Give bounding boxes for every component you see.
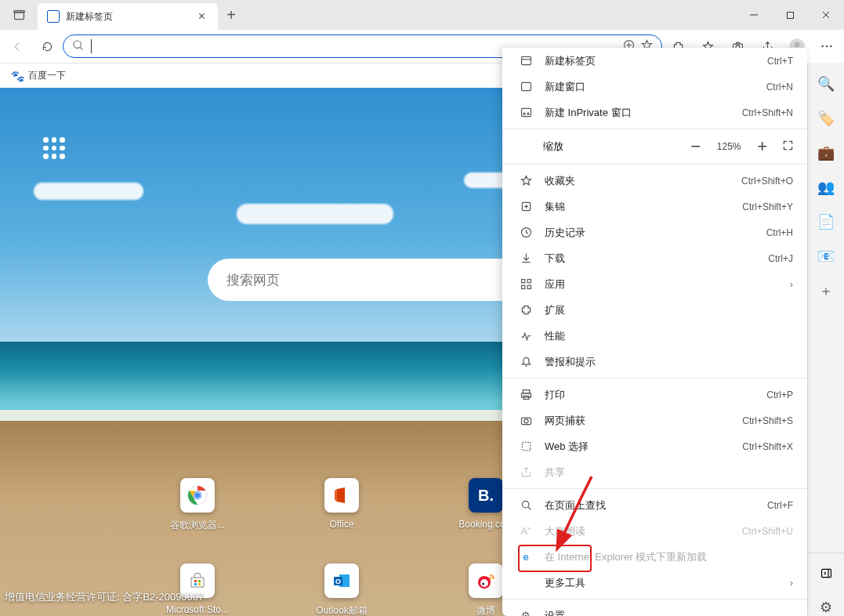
menu-new-window[interactable]: 新建窗口Ctrl+N — [502, 74, 807, 100]
maximize-button[interactable] — [772, 0, 808, 30]
svg-rect-3 — [787, 12, 793, 18]
svg-point-46 — [527, 113, 528, 114]
browser-tab[interactable]: 新建标签页 × — [38, 3, 218, 30]
svg-rect-55 — [527, 285, 531, 288]
sidebar-settings-icon[interactable]: ⚙ — [817, 599, 835, 616]
sidebar-games-icon[interactable]: 👥 — [817, 179, 835, 196]
baidu-icon: 🐾 — [11, 70, 24, 82]
menu-new-inprivate[interactable]: 新建 InPrivate 窗口Ctrl+Shift+N — [502, 100, 807, 125]
sidebar-office-icon[interactable]: 📄 — [817, 213, 835, 230]
search-icon — [71, 38, 85, 55]
svg-point-45 — [523, 113, 524, 114]
svg-point-6 — [74, 40, 81, 47]
tab-title: 新建标签页 — [66, 10, 113, 24]
minimize-button[interactable] — [736, 0, 772, 30]
back-button[interactable] — [3, 34, 31, 59]
tile-icon — [180, 478, 215, 513]
gear-icon: ⚙ — [516, 610, 535, 616]
svg-rect-31 — [198, 583, 201, 585]
menu-performance[interactable]: 性能 — [502, 323, 807, 349]
menu-downloads[interactable]: 下载Ctrl+J — [502, 245, 807, 271]
bell-icon — [516, 355, 535, 368]
extensions-icon — [516, 303, 535, 317]
sidebar-add-icon[interactable]: ＋ — [817, 282, 835, 299]
edge-sidebar: 🔍 🏷️ 💼 👥 📄 📧 ＋ ⚙ — [807, 63, 844, 616]
zoom-value: 125% — [715, 141, 743, 152]
sidebar-tools-icon[interactable]: 💼 — [817, 144, 835, 161]
tile-label: Microsoft Sto... — [162, 604, 233, 615]
menu-settings[interactable]: ⚙设置 — [502, 603, 807, 616]
svg-rect-56 — [523, 390, 530, 393]
bookmark-label: 百度一下 — [28, 69, 66, 82]
inprivate-icon — [516, 106, 535, 119]
menu-webselect[interactable]: Web 选择Ctrl+Shift+X — [502, 433, 807, 459]
new-window-icon — [516, 80, 535, 93]
quick-link-tile[interactable]: OOutlook邮箱 — [306, 563, 377, 616]
menu-zoom-row: 缩放 − 125% + — [502, 132, 807, 161]
search-placeholder: 搜索网页 — [226, 271, 280, 289]
menu-moretools[interactable]: 更多工具› — [502, 570, 807, 596]
tile-icon: B. — [469, 478, 503, 513]
refresh-button[interactable] — [33, 34, 61, 59]
menu-alerts[interactable]: 警报和提示 — [502, 349, 807, 375]
svg-point-62 — [522, 501, 529, 508]
share-icon — [516, 466, 535, 479]
tile-icon: O — [324, 563, 359, 598]
chevron-right-icon: › — [790, 577, 793, 589]
quick-link-tile[interactable]: Office — [306, 478, 377, 532]
bookmark-baidu[interactable]: 🐾 百度一下 — [11, 69, 66, 82]
svg-rect-52 — [521, 280, 524, 283]
svg-rect-41 — [521, 56, 531, 64]
more-menu-button[interactable] — [813, 34, 841, 59]
tab-close-button[interactable]: × — [195, 9, 208, 24]
tab-favicon — [47, 10, 60, 23]
history-icon — [516, 226, 535, 239]
tab-overview-button[interactable] — [0, 0, 38, 30]
sidebar-shopping-icon[interactable]: 🏷️ — [817, 110, 835, 127]
sidebar-search-icon[interactable]: 🔍 — [817, 75, 835, 92]
menu-print[interactable]: 打印Ctrl+P — [502, 382, 807, 408]
chevron-right-icon: › — [790, 278, 793, 290]
capture-icon — [516, 414, 535, 427]
print-icon — [516, 388, 535, 401]
new-tab-icon — [516, 54, 535, 67]
quick-link-tile[interactable]: 谷歌浏览器... — [162, 478, 233, 532]
svg-rect-61 — [522, 442, 530, 450]
readaloud-icon: A» — [516, 525, 535, 537]
svg-rect-39 — [821, 569, 831, 577]
svg-point-60 — [523, 419, 527, 423]
sidebar-outlook-icon[interactable]: 📧 — [817, 248, 835, 265]
apps-icon — [516, 277, 535, 291]
select-icon — [516, 440, 535, 453]
menu-collections[interactable]: 集锦Ctrl+Shift+Y — [502, 194, 807, 219]
zoom-out-button[interactable]: − — [690, 136, 701, 157]
svg-rect-29 — [198, 580, 201, 582]
sidebar-collapse-icon[interactable] — [817, 564, 835, 582]
menu-new-tab[interactable]: 新建标签页Ctrl+T — [502, 48, 807, 74]
collections-icon — [516, 200, 535, 213]
zoom-in-button[interactable]: + — [757, 136, 767, 157]
svg-line-63 — [528, 507, 531, 509]
menu-favorites[interactable]: 收藏夹Ctrl+Shift+O — [502, 168, 807, 194]
svg-rect-43 — [521, 82, 531, 90]
tile-icon — [324, 478, 359, 513]
svg-rect-28 — [194, 580, 197, 582]
svg-rect-30 — [194, 583, 197, 585]
star-icon — [516, 174, 535, 187]
close-window-button[interactable] — [808, 0, 844, 30]
apps-grid-icon[interactable] — [43, 137, 65, 159]
tile-label: Outlook邮箱 — [306, 604, 377, 616]
svg-rect-53 — [527, 280, 531, 283]
menu-history[interactable]: 历史记录Ctrl+H — [502, 219, 807, 245]
annotation-arrow — [549, 473, 596, 562]
svg-point-23 — [195, 493, 200, 498]
new-tab-button[interactable]: + — [218, 0, 245, 30]
footer-license: 增值电信业务经营许可证: 合字B2-20090007 — [5, 590, 204, 604]
fullscreen-button[interactable] — [781, 139, 795, 155]
find-icon — [516, 498, 535, 512]
menu-extensions[interactable]: 扩展 — [502, 297, 807, 323]
menu-webcapture[interactable]: 网页捕获Ctrl+Shift+S — [502, 408, 807, 433]
menu-apps[interactable]: 应用› — [502, 271, 807, 297]
svg-point-15 — [821, 45, 824, 48]
titlebar: 新建标签页 × + — [0, 0, 844, 30]
